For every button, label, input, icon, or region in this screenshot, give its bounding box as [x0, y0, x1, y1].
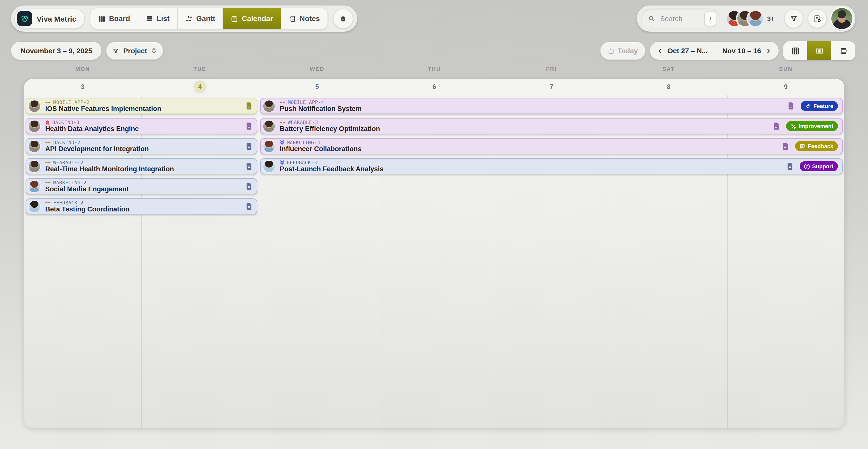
notes-doc-icon[interactable]: [774, 123, 780, 130]
tab-label: List: [157, 14, 170, 23]
week-range-label: November 3 – 9, 2025: [11, 42, 102, 60]
event-card-mobile-app-4[interactable]: MOBILE_APP-4 Push Notification System Fe…: [260, 98, 843, 114]
top-bar: Viva Metric Board List: [11, 5, 856, 32]
grid-icon: [791, 46, 800, 55]
event-card-backend-2[interactable]: BACKEND-2 API Development for Integratio…: [26, 138, 257, 154]
event-title: Health Data Analytics Engine: [45, 125, 139, 133]
assignee-avatar: [263, 100, 275, 112]
event-card-feedback-3[interactable]: FEEDBACK-3 Post-Launch Feedback Analysis…: [260, 158, 843, 174]
today-button[interactable]: Today: [600, 42, 645, 60]
notes-doc-icon[interactable]: [246, 142, 252, 150]
date-row: 3 4 5 6 7 8 9: [24, 79, 844, 94]
notes-doc-icon[interactable]: [246, 123, 252, 130]
workflow-settings-button[interactable]: [808, 9, 827, 28]
event-card-wearable-2[interactable]: WEARABLE-2 Real-Time Health Monitoring I…: [26, 158, 257, 174]
event-text: MOBILE_APP-4 Push Notification System: [280, 99, 362, 113]
notes-doc-icon[interactable]: [788, 102, 795, 109]
utility-shell: / 3+: [637, 5, 856, 32]
event-text: FEEDBACK-2 Beta Testing Coordination: [45, 200, 130, 213]
date-number: 9: [784, 83, 787, 90]
assignee-avatar: [29, 140, 40, 152]
event-text: BACKEND-3 Health Data Analytics Engine: [45, 120, 139, 133]
event-card-backend-3[interactable]: BACKEND-3 Health Data Analytics Engine: [26, 118, 257, 134]
date-cell: 5: [258, 83, 376, 90]
priority-medium-icon: [45, 141, 51, 143]
funnel-icon: [113, 47, 119, 54]
event-card-mobile-app-2[interactable]: MOBILE_APP-2 iOS Native Features Impleme…: [26, 98, 257, 114]
list-icon: [146, 15, 153, 22]
view-mode-switcher: [783, 41, 856, 60]
tab-board[interactable]: Board: [90, 8, 138, 29]
date-cell: 9: [727, 83, 844, 90]
notes-doc-icon[interactable]: [246, 102, 252, 109]
trash-button[interactable]: [333, 8, 353, 29]
prev-week-button[interactable]: Oct 27 – N...: [650, 42, 715, 60]
tab-label: Calendar: [242, 14, 273, 23]
tab-label: Gantt: [196, 14, 215, 23]
date-cell: 3: [24, 83, 142, 90]
tab-list[interactable]: List: [138, 8, 178, 29]
event-title: Push Notification System: [280, 105, 362, 113]
notes-doc-icon[interactable]: [246, 203, 252, 210]
event-card-wearable-3[interactable]: WEARABLE-3 Battery Efficiency Optimizati…: [260, 118, 843, 134]
day-name: FRI: [493, 66, 610, 72]
date-number: 8: [667, 83, 670, 90]
event-title: Real-Time Health Monitoring Integration: [45, 165, 174, 173]
priority-medium-icon: [280, 121, 285, 124]
priority-medium-icon: [45, 101, 51, 103]
filter-button[interactable]: [784, 9, 803, 28]
brand-button[interactable]: Viva Metric: [14, 8, 85, 29]
assignee-avatar: [29, 100, 40, 112]
date-number: 7: [550, 83, 553, 90]
notes-doc-icon[interactable]: [246, 163, 252, 170]
event-card-feedback-2[interactable]: FEEDBACK-2 Beta Testing Coordination: [26, 198, 257, 215]
event-card-marketing-3[interactable]: MARKETING-3 Influencer Collaborations Fe…: [260, 138, 843, 154]
event-text: MARKETING-3 Influencer Collaborations: [280, 140, 362, 153]
event-title: Beta Testing Coordination: [45, 205, 130, 213]
notes-doc-icon[interactable]: [246, 183, 252, 190]
assignee-avatar: [29, 201, 40, 212]
tab-gantt[interactable]: Gantt: [178, 8, 223, 29]
day-name: THU: [376, 66, 493, 72]
event-key: WEARABLE-3: [288, 120, 318, 125]
calendar-toolbar: November 3 – 9, 2025 Project Today Oct 2…: [11, 42, 856, 60]
priority-medium-icon: [45, 201, 51, 204]
event-title: Post-Launch Feedback Analysis: [280, 165, 383, 173]
gantt-icon: [185, 15, 193, 22]
toolbar-right: Today Oct 27 – N... Nov 10 – 16: [600, 41, 856, 60]
week-view-button[interactable]: [807, 41, 831, 60]
priority-lowest-icon: [280, 160, 284, 165]
notes-doc-icon[interactable]: [783, 142, 789, 150]
message-icon: [800, 143, 805, 149]
day-name: TUE: [142, 66, 259, 72]
month-view-button[interactable]: [783, 41, 807, 60]
agenda-view-button[interactable]: [831, 41, 856, 60]
next-week-label: Nov 10 – 16: [722, 47, 761, 55]
date-cell: 7: [493, 83, 610, 90]
event-card-marketing-2[interactable]: MARKETING-2 Social Media Engagement: [26, 178, 257, 194]
date-number: 5: [315, 83, 319, 90]
search-box[interactable]: /: [641, 8, 720, 29]
user-profile-avatar[interactable]: [831, 8, 852, 29]
week-navigation: Oct 27 – N... Nov 10 – 16: [650, 42, 779, 60]
notes-doc-icon[interactable]: [787, 163, 793, 170]
project-filter-select[interactable]: Project: [106, 42, 163, 60]
tab-notes[interactable]: Notes: [281, 8, 328, 29]
chevron-right-icon: [765, 47, 772, 54]
view-tabs: Board List Gantt: [90, 7, 328, 30]
assignee-avatar: [263, 140, 275, 152]
brand-name: Viva Metric: [37, 14, 76, 23]
tab-calendar[interactable]: Calendar: [223, 8, 281, 29]
event-text: MARKETING-2 Social Media Engagement: [45, 180, 129, 193]
event-title: Influencer Collaborations: [280, 145, 362, 153]
badge-label: Feedback: [808, 143, 834, 149]
search-input[interactable]: [659, 14, 700, 23]
today-date-badge: 4: [193, 80, 207, 93]
rocket-icon: [805, 103, 811, 109]
next-week-button[interactable]: Nov 10 – 16: [715, 42, 779, 60]
event-key: MOBILE_APP-4: [288, 99, 324, 105]
event-title: iOS Native Features Implementation: [45, 105, 161, 113]
team-avatar-stack[interactable]: 3+: [727, 11, 780, 26]
assignee-avatar: [29, 160, 40, 172]
heart-pulse-icon: [20, 13, 30, 24]
